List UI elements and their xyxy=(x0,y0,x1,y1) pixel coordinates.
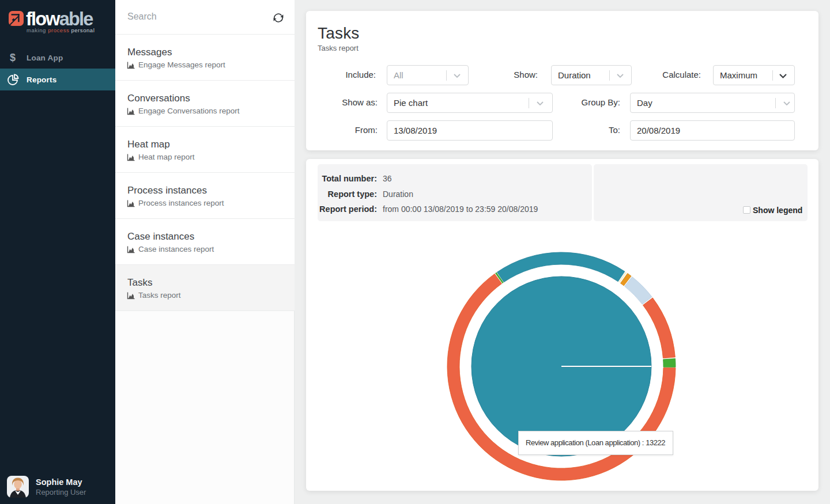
svg-text:making process personal: making process personal xyxy=(27,27,95,33)
